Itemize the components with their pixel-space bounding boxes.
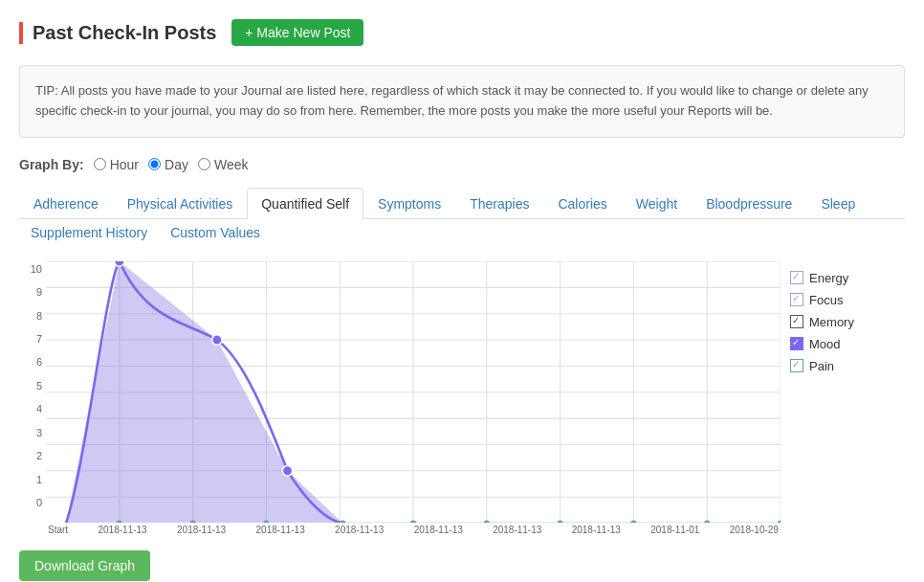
tip-text: TIP: All posts you have made to your Jou… (35, 83, 869, 118)
legend-energy-checkbox[interactable] (790, 271, 803, 284)
tab-custom-values[interactable]: Custom Values (159, 219, 272, 246)
legend-mood-checkbox[interactable] (790, 337, 803, 350)
title-bar: Past Check-In Posts (19, 22, 216, 44)
x-label-8: 2018-11-01 (650, 525, 699, 535)
page-title: Past Check-In Posts (33, 22, 216, 43)
chart-x-tick-9 (704, 520, 710, 523)
chart-main: 10 9 8 7 6 5 4 3 2 1 0 (19, 261, 781, 536)
graph-by-hour-text: Hour (110, 157, 139, 172)
page-header: Past Check-In Posts + Make New Post (19, 19, 905, 46)
tab-physical-activities[interactable]: Physical Activities (113, 188, 247, 219)
chart-svg (46, 261, 781, 524)
y-label-0: 0 (36, 497, 42, 508)
x-label-start: Start (48, 525, 68, 535)
tab-bloodpressure[interactable]: Bloodpressure (692, 188, 806, 219)
y-label-7: 7 (36, 333, 42, 345)
download-graph-button[interactable]: Download Graph (19, 550, 150, 581)
y-label-8: 8 (36, 310, 42, 322)
chart-x-tick-7 (557, 520, 562, 523)
graph-by-day-text: Day (165, 157, 188, 172)
tab-calories[interactable]: Calories (543, 188, 621, 219)
x-label-5: 2018-11-13 (414, 525, 463, 535)
y-label-3: 3 (36, 427, 42, 438)
y-label-4: 4 (36, 403, 42, 414)
x-axis-labels: Start 2018-11-13 2018-11-13 2018-11-13 2… (46, 525, 781, 535)
x-label-7: 2018-11-13 (572, 525, 621, 535)
legend-memory-label: Memory (809, 315, 854, 329)
tab-quantified-self[interactable]: Quantified Self (247, 188, 363, 219)
chart-point-3 (282, 465, 293, 476)
y-label-5: 5 (36, 380, 42, 392)
y-axis: 10 9 8 7 6 5 4 3 2 1 0 (19, 261, 46, 536)
x-label-6: 2018-11-13 (493, 525, 541, 535)
tab-symptoms[interactable]: Symptoms (363, 188, 455, 219)
y-label-9: 9 (36, 286, 42, 298)
tip-box: TIP: All posts you have made to your Jou… (19, 65, 905, 138)
make-new-post-button[interactable]: + Make New Post (231, 19, 363, 46)
tabs-row-2: Supplement History Custom Values (19, 219, 905, 246)
x-label-4: 2018-11-13 (335, 525, 384, 535)
legend-mood: Mood (790, 337, 905, 351)
legend-energy-label: Energy (809, 271, 848, 285)
graph-by-week-text: Week (214, 157, 249, 172)
x-label-3: 2018-11-13 (256, 525, 305, 535)
x-label-2: 2018-11-13 (177, 525, 226, 535)
legend-focus-checkbox[interactable] (790, 293, 803, 306)
tab-adherence[interactable]: Adherence (19, 188, 113, 219)
legend-mood-label: Mood (809, 337, 841, 351)
chart-x-tick-8 (630, 520, 636, 523)
graph-by-day-label[interactable]: Day (148, 157, 188, 172)
x-label-9: 2018-10-29 (730, 525, 779, 535)
page-container: Past Check-In Posts + Make New Post TIP:… (0, 0, 924, 582)
graph-by-week-label[interactable]: Week (198, 157, 249, 172)
chart-svg-container: Start 2018-11-13 2018-11-13 2018-11-13 2… (46, 261, 781, 536)
tab-supplement-history[interactable]: Supplement History (19, 219, 159, 246)
legend-pain-checkbox[interactable] (790, 359, 803, 372)
legend-focus: Focus (790, 293, 905, 307)
tab-therapies[interactable]: Therapies (455, 188, 543, 219)
chart-x-tick-5 (410, 520, 416, 523)
chart-x-tick-10 (778, 520, 781, 523)
chart-area: 10 9 8 7 6 5 4 3 2 1 0 (19, 261, 905, 536)
legend-memory: Memory (790, 315, 905, 329)
legend-pain-label: Pain (809, 359, 834, 373)
y-label-1: 1 (36, 474, 42, 485)
graph-by-row: Graph By: Hour Day Week (19, 157, 905, 172)
x-label-1: 2018-11-13 (99, 525, 147, 535)
tabs-row-1: Adherence Physical Activities Quantified… (19, 188, 905, 219)
tab-sleep[interactable]: Sleep (806, 188, 869, 219)
graph-by-label: Graph By: (19, 157, 84, 172)
graph-by-hour-label[interactable]: Hour (94, 157, 139, 172)
chart-x-tick-6 (484, 520, 490, 523)
y-label-6: 6 (36, 356, 42, 368)
legend-pain: Pain (790, 359, 905, 373)
chart-x-tick-4 (340, 520, 345, 523)
chart-point-2 (212, 334, 223, 345)
tab-weight[interactable]: Weight (622, 188, 692, 219)
legend-focus-label: Focus (809, 293, 843, 307)
chart-legend: Energy Focus Memory Mood Pain (781, 261, 905, 536)
graph-by-day-radio[interactable] (148, 158, 161, 170)
graph-by-hour-radio[interactable] (94, 158, 106, 170)
legend-energy: Energy (790, 271, 905, 285)
y-label-2: 2 (36, 450, 42, 461)
graph-by-week-radio[interactable] (198, 158, 210, 170)
y-label-10: 10 (31, 263, 42, 275)
legend-memory-checkbox[interactable] (790, 315, 803, 328)
chart-point-1 (115, 261, 125, 266)
